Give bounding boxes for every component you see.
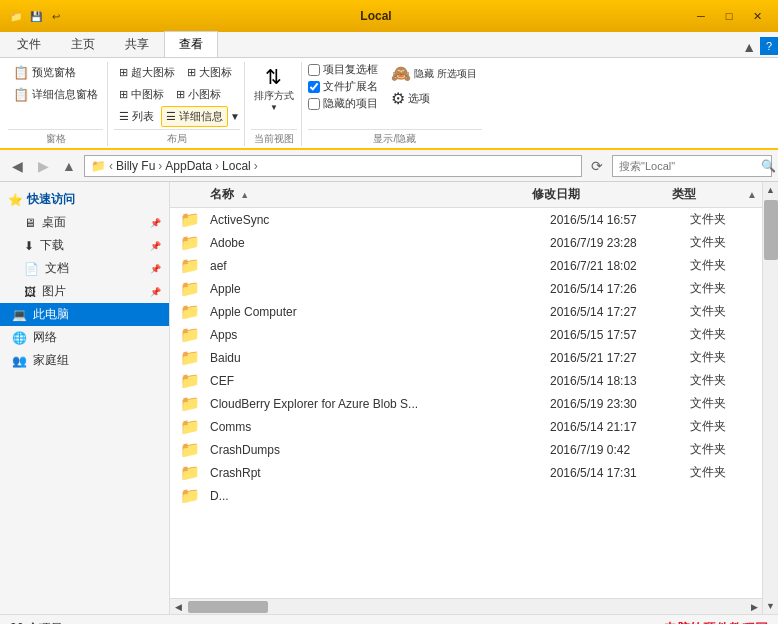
file-header: 名称 ▲ 修改日期 类型 ▲ (170, 182, 762, 208)
file-type-crashrpt: 文件夹 (682, 464, 762, 481)
details-pane-btn[interactable]: 📋 详细信息窗格 (8, 84, 103, 105)
file-row-apple-computer[interactable]: 📁 Apple Computer 2016/5/14 17:27 文件夹 (170, 300, 762, 323)
item-checkbox[interactable] (308, 64, 320, 76)
homegroup-icon: 👥 (12, 354, 27, 368)
show-hide-group-label: 显示/隐藏 (308, 129, 482, 146)
minimize-button[interactable]: ─ (688, 6, 714, 26)
folder-icon-apple-computer: 📁 (170, 302, 210, 321)
item-checkbox-row: 项目复选框 (308, 62, 378, 77)
breadcrumb-bar[interactable]: 📁 ‹ Billy Fu › AppData › Local › (84, 155, 582, 177)
file-date-apple-computer: 2016/5/14 17:27 (542, 305, 682, 319)
file-name-crashrpt: CrashRpt (210, 466, 542, 480)
file-row-cloudberry[interactable]: 📁 CloudBerry Explorer for Azure Blob S..… (170, 392, 762, 415)
title-bar-icons: 📁 💾 ↩ (8, 8, 64, 24)
view-dropdown-btn[interactable]: ▼ (230, 111, 240, 122)
pictures-label: 图片 (42, 283, 66, 300)
sidebar-item-thispc[interactable]: 💻 此电脑 (0, 303, 169, 326)
scroll-thumb[interactable] (764, 200, 778, 260)
scroll-down-btn[interactable]: ▼ (763, 598, 779, 614)
file-type-adobe: 文件夹 (682, 234, 762, 251)
hidden-items-checkbox[interactable] (308, 98, 320, 110)
quick-access-header[interactable]: ⭐ 快速访问 (0, 188, 169, 211)
preview-pane-btn[interactable]: 📋 预览窗格 (8, 62, 103, 83)
homegroup-label: 家庭组 (33, 352, 69, 369)
file-row-apple[interactable]: 📁 Apple 2016/5/14 17:26 文件夹 (170, 277, 762, 300)
scroll-top-btn[interactable]: ▲ (744, 189, 760, 200)
vertical-scrollbar: ▲ ▼ (762, 182, 778, 614)
ribbon: 📋 预览窗格 📋 详细信息窗格 窗格 ⊞超大图标 ⊞大图标 (0, 58, 778, 150)
tab-view[interactable]: 查看 (164, 31, 218, 57)
sort-button[interactable]: ⇅ 排序方式 ▼ (251, 62, 297, 115)
file-date-baidu: 2016/5/21 17:27 (542, 351, 682, 365)
details-view-btn[interactable]: ☰详细信息 (161, 106, 228, 127)
hscroll-left-btn[interactable]: ◀ (170, 599, 186, 615)
file-date-apps: 2016/5/15 17:57 (542, 328, 682, 342)
folder-icon-cef: 📁 (170, 371, 210, 390)
breadcrumb-billyfu: Billy Fu (116, 159, 155, 173)
sidebar-item-desktop[interactable]: 🖥 桌面 📌 (0, 211, 169, 234)
file-row-apps[interactable]: 📁 Apps 2016/5/15 17:57 文件夹 (170, 323, 762, 346)
list-view-btn[interactable]: ☰列表 (114, 106, 159, 127)
close-button[interactable]: ✕ (744, 6, 770, 26)
sidebar-item-homegroup[interactable]: 👥 家庭组 (0, 349, 169, 372)
col-date-header[interactable]: 修改日期 (524, 186, 664, 203)
forward-button[interactable]: ▶ (32, 155, 54, 177)
col-name-header[interactable]: 名称 ▲ (170, 186, 524, 203)
hide-selected-btn[interactable]: 🙈 隐藏 所选项目 (386, 62, 482, 85)
file-row-crashdumps[interactable]: 📁 CrashDumps 2016/7/19 0:42 文件夹 (170, 438, 762, 461)
hscroll-right-btn[interactable]: ▶ (746, 599, 762, 615)
file-row-baidu[interactable]: 📁 Baidu 2016/5/21 17:27 文件夹 (170, 346, 762, 369)
pin-icon-3: 📌 (150, 264, 161, 274)
up-button[interactable]: ▲ (58, 155, 80, 177)
folder-icon-crashrpt: 📁 (170, 463, 210, 482)
file-row-crashrpt[interactable]: 📁 CrashRpt 2016/5/14 17:31 文件夹 (170, 461, 762, 484)
current-view-group-label: 当前视图 (251, 129, 297, 146)
thispc-label: 此电脑 (33, 306, 69, 323)
folder-icon-aef: 📁 (170, 256, 210, 275)
breadcrumb-appdata: AppData (165, 159, 212, 173)
downloads-icon: ⬇ (24, 239, 34, 253)
file-name-apple-computer: Apple Computer (210, 305, 542, 319)
file-name-cloudberry: CloudBerry Explorer for Azure Blob S... (210, 397, 542, 411)
file-row-aef[interactable]: 📁 aef 2016/7/21 18:02 文件夹 (170, 254, 762, 277)
tab-file[interactable]: 文件 (2, 31, 56, 57)
sidebar-item-documents[interactable]: 📄 文档 📌 (0, 257, 169, 280)
file-row-activesync[interactable]: 📁 ActiveSync 2016/5/14 16:57 文件夹 (170, 208, 762, 231)
file-row-adobe[interactable]: 📁 Adobe 2016/7/19 23:28 文件夹 (170, 231, 762, 254)
file-ext-checkbox[interactable] (308, 81, 320, 93)
refresh-button[interactable]: ⟳ (586, 155, 608, 177)
extra-large-icon-btn[interactable]: ⊞超大图标 (114, 62, 180, 83)
tab-share[interactable]: 共享 (110, 31, 164, 57)
sidebar-item-pictures[interactable]: 🖼 图片 📌 (0, 280, 169, 303)
file-row-comms[interactable]: 📁 Comms 2016/5/14 21:17 文件夹 (170, 415, 762, 438)
file-date-crashrpt: 2016/5/14 17:31 (542, 466, 682, 480)
tab-home[interactable]: 主页 (56, 31, 110, 57)
file-date-cloudberry: 2016/5/19 23:30 (542, 397, 682, 411)
back-button[interactable]: ◀ (6, 155, 28, 177)
ribbon-group-current-view: ⇅ 排序方式 ▼ 当前视图 (247, 62, 302, 146)
file-name-apple: Apple (210, 282, 542, 296)
pin-icon-4: 📌 (150, 287, 161, 297)
file-date-apple: 2016/5/14 17:26 (542, 282, 682, 296)
help-button[interactable]: ? (760, 37, 778, 55)
sidebar-item-downloads[interactable]: ⬇ 下载 📌 (0, 234, 169, 257)
hscroll-thumb[interactable] (188, 601, 268, 613)
search-input[interactable] (619, 160, 757, 172)
ribbon-collapse-btn[interactable]: ▲ (742, 39, 756, 55)
file-row-d[interactable]: 📁 D... (170, 484, 762, 507)
folder-icon-comms: 📁 (170, 417, 210, 436)
large-icon-btn[interactable]: ⊞大图标 (182, 62, 237, 83)
pane-group-label: 窗格 (8, 129, 103, 146)
maximize-button[interactable]: □ (716, 6, 742, 26)
medium-icon-btn[interactable]: ⊞中图标 (114, 84, 169, 105)
file-name-apps: Apps (210, 328, 542, 342)
undo-icon: ↩ (48, 8, 64, 24)
network-icon: 🌐 (12, 331, 27, 345)
options-btn[interactable]: ⚙ 选项 (386, 87, 482, 110)
scroll-up-btn[interactable]: ▲ (763, 182, 779, 198)
sidebar-item-network[interactable]: 🌐 网络 (0, 326, 169, 349)
col-type-header[interactable]: 类型 (664, 186, 744, 203)
folder-icon: 📁 (8, 8, 24, 24)
small-icon-btn[interactable]: ⊞小图标 (171, 84, 226, 105)
file-row-cef[interactable]: 📁 CEF 2016/5/14 18:13 文件夹 (170, 369, 762, 392)
